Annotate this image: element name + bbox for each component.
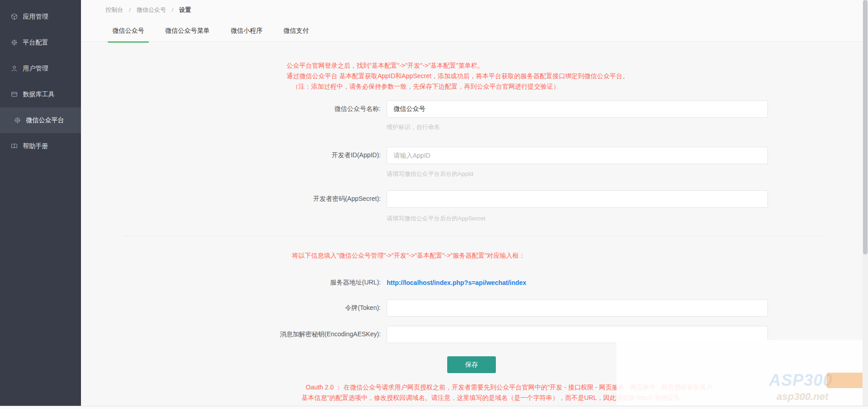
breadcrumb: 控制台 / 微信公众号 / 设置 [106, 6, 191, 14]
gear-icon [10, 39, 18, 47]
breadcrumb-separator: / [172, 6, 174, 13]
sidebar-item-help-manual[interactable]: 帮助手册 [0, 133, 81, 159]
sidebar-item-database-tools[interactable]: 数据库工具 [0, 81, 81, 107]
tab-bar: 微信公众号 微信公众号菜单 微信小程序 微信支付 [108, 25, 325, 43]
breadcrumb-wechat[interactable]: 微信公众号 [136, 6, 166, 13]
vertical-scrollbar[interactable] [863, 0, 868, 409]
appsecret-label: 开发者密码(AppSecret): [81, 195, 381, 203]
cube-icon [10, 13, 18, 21]
sidebar-item-platform-config[interactable]: 平台配置 [0, 30, 81, 55]
sidebar-item-label: 平台配置 [23, 39, 48, 47]
database-icon [10, 90, 18, 99]
watermark-logo: ASP300 [769, 371, 833, 390]
sidebar-item-wechat-platform[interactable]: 微信公众平台 [0, 107, 81, 133]
token-input[interactable] [387, 299, 768, 317]
sidebar-item-app-management[interactable]: 应用管理 [0, 4, 81, 30]
aeskey-label: 消息加解密秘钥(EncodingAESKey): [81, 330, 381, 339]
breadcrumb-separator: / [129, 6, 131, 13]
form-row-token: 令牌(Token): [81, 299, 768, 317]
instruction-line: （注：添加过程中，请务必保持参数一致，先保存下边配置，再到公众平台官网进行提交验… [287, 81, 629, 92]
server-url-link[interactable]: http://localhost/index.php?s=api/wechat/… [387, 279, 526, 286]
sidebar-item-label: 帮助手册 [23, 142, 48, 150]
form-row-account-name: 微信公众号名称: [81, 100, 768, 118]
appid-help: 请填写微信公众平台后台的AppId [387, 170, 473, 178]
appid-label: 开发者ID(AppID): [81, 151, 381, 160]
watermark-badge [827, 373, 867, 388]
tab-wechat-pay[interactable]: 微信支付 [279, 25, 313, 43]
appid-input[interactable] [387, 147, 768, 164]
top-instructions: 公众平台官网登录之后，找到"基本配置"->"开发"->"基本配置"菜单栏。 通过… [287, 60, 629, 92]
instruction-line: 通过微信公众平台 基本配置获取AppID和AppSecret，添加成功后，将本平… [287, 71, 629, 81]
account-name-input[interactable] [387, 100, 768, 118]
sidebar-item-user-management[interactable]: 用户管理 [0, 55, 81, 81]
instruction-line: 公众平台官网登录之后，找到"基本配置"->"开发"->"基本配置"菜单栏。 [287, 60, 629, 71]
save-button[interactable]: 保存 [447, 356, 496, 373]
sidebar-item-label: 数据库工具 [23, 90, 55, 99]
watermark-overlay: ASP300 asp300.net [616, 340, 868, 405]
user-icon [10, 65, 18, 73]
account-name-label: 微信公众号名称: [81, 105, 381, 113]
sidebar: 应用管理 平台配置 用户管理 数据库工具 微信公众平台 帮助手册 [0, 0, 81, 407]
form-row-appid: 开发者ID(AppID): [81, 146, 768, 165]
breadcrumb-settings: 设置 [179, 6, 191, 13]
sidebar-item-label: 应用管理 [23, 13, 48, 21]
vertical-scrollbar-thumb[interactable] [863, 0, 868, 254]
breadcrumb-console[interactable]: 控制台 [106, 6, 123, 13]
sidebar-item-label: 微信公众平台 [26, 116, 64, 125]
tab-wechat-menu[interactable]: 微信公众号菜单 [161, 25, 214, 43]
tab-wechat-official[interactable]: 微信公众号 [108, 25, 149, 43]
horizontal-scrollbar[interactable] [0, 406, 868, 409]
mid-instructions: 将以下信息填入"微信公众号管理"->"开发"->"基本配置"->"服务器配置"对… [292, 250, 525, 261]
appsecret-input[interactable] [387, 190, 768, 208]
appsecret-help: 请填写微信公众平台后台的AppSecret [387, 214, 485, 223]
account-name-help: 维护标识，自行命名 [387, 123, 440, 131]
sidebar-item-label: 用户管理 [23, 65, 48, 73]
form-row-server-url: 服务器地址(URL): http://localhost/index.php?s… [81, 274, 526, 292]
token-label: 令牌(Token): [81, 304, 381, 312]
form-row-appsecret: 开发者密码(AppSecret): [81, 190, 768, 208]
book-icon [10, 142, 18, 150]
section-divider [122, 236, 823, 236]
watermark-domain: asp300.net [777, 391, 828, 403]
gear-icon [13, 116, 21, 125]
server-url-label: 服务器地址(URL): [81, 279, 381, 287]
tab-wechat-miniprogram[interactable]: 微信小程序 [226, 25, 267, 43]
